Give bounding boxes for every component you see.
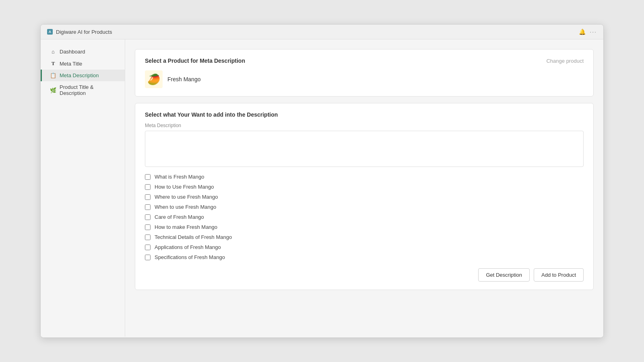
checkbox-label-2: How to Use Fresh Mango [155,184,214,190]
buttons-row: Get Description Add to Product [145,268,584,282]
meta-desc-label: Meta Description [145,123,584,128]
bell-icon[interactable]: 🔔 [579,29,586,35]
checkbox-applications[interactable] [145,245,151,250]
app-icon: A [47,29,53,35]
checkbox-item-1[interactable]: What is Fresh Mango [145,174,584,180]
checkbox-label-8: Applications of Fresh Mango [155,244,221,250]
sidebar-item-product-title-desc[interactable]: 🌿 Product Title & Description [41,81,125,99]
checkbox-label-3: Where to use Fresh Mango [155,194,218,200]
checkbox-item-6[interactable]: How to make Fresh Mango [145,224,584,230]
main-content: Select a Product for Meta Description Ch… [125,39,603,337]
checkbox-technical-details[interactable] [145,234,151,240]
product-image: 🥭 [145,70,163,88]
dashboard-icon: ⌂ [50,49,56,55]
description-card-title: Select what Your Want to add into the De… [145,111,584,118]
get-description-button[interactable]: Get Description [478,268,530,282]
add-to-product-button[interactable]: Add to Product [534,268,584,282]
meta-title-icon: T [50,60,56,67]
checkbox-label-4: When to use Fresh Mango [155,204,216,210]
meta-description-textarea[interactable] [145,131,584,167]
product-selection-card: Select a Product for Meta Description Ch… [135,49,594,97]
title-bar: A Digiware AI for Products 🔔 ··· [41,25,603,39]
checkbox-when-to-use[interactable] [145,204,151,210]
product-name: Fresh Mango [167,76,200,82]
checkbox-label-1: What is Fresh Mango [155,174,204,180]
sidebar-item-label-dashboard: Dashboard [60,49,85,55]
checkbox-what-is[interactable] [145,174,151,180]
checkboxes-list: What is Fresh Mango How to Use Fresh Man… [145,174,584,260]
checkbox-how-to-use[interactable] [145,184,151,190]
more-options-icon[interactable]: ··· [590,29,597,35]
browser-window: A Digiware AI for Products 🔔 ··· ⌂ Dashb… [40,24,604,338]
checkbox-item-4[interactable]: When to use Fresh Mango [145,204,584,210]
sidebar-item-meta-title[interactable]: T Meta Title [41,58,125,70]
product-card-title: Select a Product for Meta Description [145,58,245,64]
description-selection-card: Select what Your Want to add into the De… [135,103,594,290]
checkbox-care[interactable] [145,214,151,220]
app-name: Digiware AI for Products [56,29,112,35]
title-bar-left: A Digiware AI for Products [47,29,112,35]
app-body: ⌂ Dashboard T Meta Title 📋 Meta Descript… [41,39,603,337]
checkbox-where-to-use[interactable] [145,194,151,200]
sidebar-item-dashboard[interactable]: ⌂ Dashboard [41,46,125,58]
checkbox-item-7[interactable]: Technical Details of Fresh Mango [145,234,584,240]
change-product-link[interactable]: Change product [546,58,584,64]
checkbox-label-7: Technical Details of Fresh Mango [155,234,232,240]
checkbox-label-9: Specifications of Fresh Mango [155,254,225,260]
product-card-header: Select a Product for Meta Description Ch… [145,58,584,64]
sidebar-item-meta-description[interactable]: 📋 Meta Description [41,70,125,81]
product-title-desc-icon: 🌿 [50,87,56,93]
sidebar-item-label-meta-description: Meta Description [60,72,99,78]
sidebar: ⌂ Dashboard T Meta Title 📋 Meta Descript… [41,39,125,337]
checkbox-item-9[interactable]: Specifications of Fresh Mango [145,254,584,260]
product-row: 🥭 Fresh Mango [145,70,584,88]
title-bar-right: 🔔 ··· [579,29,597,35]
checkbox-item-5[interactable]: Care of Fresh Mango [145,214,584,220]
meta-description-icon: 📋 [50,72,56,78]
sidebar-item-label-product-title-desc: Product Title & Description [60,84,117,96]
product-emoji: 🥭 [147,73,160,86]
checkbox-item-8[interactable]: Applications of Fresh Mango [145,244,584,250]
sidebar-item-label-meta-title: Meta Title [60,61,82,67]
checkbox-label-6: How to make Fresh Mango [155,224,217,230]
checkbox-specifications[interactable] [145,255,151,260]
checkbox-how-to-make[interactable] [145,224,151,230]
checkbox-item-3[interactable]: Where to use Fresh Mango [145,194,584,200]
checkbox-item-2[interactable]: How to Use Fresh Mango [145,184,584,190]
checkbox-label-5: Care of Fresh Mango [155,214,204,220]
